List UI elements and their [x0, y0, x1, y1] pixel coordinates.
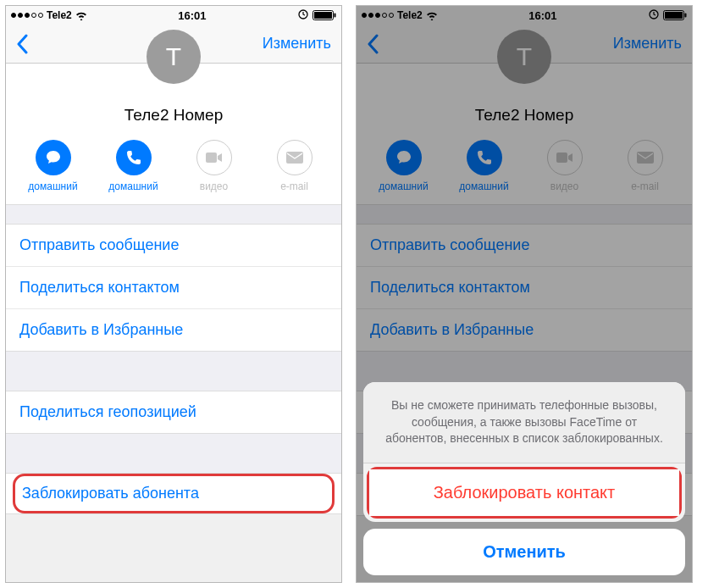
- contact-header: Теле2 Номер домашний домашний видео: [357, 64, 692, 205]
- action-list-2: Поделиться геопозицией: [6, 391, 341, 434]
- contact-name: Теле2 Номер: [6, 106, 341, 133]
- quick-action-video: видео: [531, 140, 599, 192]
- video-icon: [196, 140, 232, 175]
- quick-action-label: видео: [200, 180, 228, 192]
- svg-rect-4: [206, 153, 217, 163]
- contact-header: Теле2 Номер домашний домашний видео: [6, 64, 341, 205]
- action-list-1: Отправить сообщение Поделиться контактом…: [6, 224, 341, 352]
- action-sheet: Вы не сможете принимать телефонные вызов…: [363, 382, 685, 575]
- svg-rect-10: [556, 153, 567, 163]
- avatar[interactable]: Т: [147, 30, 201, 84]
- back-button[interactable]: [16, 30, 30, 58]
- mail-icon: [628, 140, 663, 175]
- rotation-lock-icon: [297, 8, 309, 23]
- mail-icon: [277, 140, 313, 175]
- add-favorite-item[interactable]: Добавить в Избранные: [6, 309, 341, 351]
- quick-action-row: домашний домашний видео e-mail: [357, 133, 692, 204]
- block-contact-button[interactable]: Заблокировать контакт: [369, 469, 679, 516]
- svg-rect-2: [314, 12, 332, 19]
- phone-right: Tele2 16:01 Изменить Т Теле2 Номер: [356, 5, 693, 583]
- svg-rect-8: [665, 12, 683, 19]
- status-bar: Tele2 16:01: [357, 6, 692, 25]
- clock-label: 16:01: [178, 9, 206, 22]
- share-location-item[interactable]: Поделиться геопозицией: [6, 391, 341, 433]
- battery-icon: [663, 10, 687, 20]
- edit-button[interactable]: Изменить: [613, 35, 682, 53]
- quick-action-label: домашний: [108, 180, 158, 192]
- clock-label: 16:01: [528, 9, 556, 22]
- action-sheet-message: Вы не сможете принимать телефонные вызов…: [363, 382, 685, 463]
- avatar[interactable]: Т: [497, 30, 551, 84]
- back-button[interactable]: [367, 30, 380, 58]
- block-list: Заблокировать абонента: [6, 473, 341, 514]
- spacer: [357, 205, 692, 224]
- spacer: [6, 205, 341, 224]
- quick-action-email: e-mail: [261, 140, 329, 192]
- cancel-button[interactable]: Отменить: [363, 529, 685, 575]
- phone-icon: [467, 140, 502, 175]
- carrier-label: Tele2: [397, 9, 423, 21]
- message-icon: [36, 140, 71, 175]
- wifi-icon: [75, 11, 87, 20]
- video-icon: [547, 140, 583, 175]
- svg-rect-11: [637, 152, 654, 164]
- action-sheet-card: Вы не сможете принимать телефонные вызов…: [363, 382, 685, 522]
- quick-action-row: домашний домашний видео e-mail: [6, 133, 341, 204]
- share-contact-item[interactable]: Поделиться контактом: [6, 267, 341, 309]
- quick-action-label: домашний: [379, 180, 428, 192]
- rotation-lock-icon: [648, 8, 660, 23]
- quick-action-email: e-mail: [611, 140, 679, 192]
- avatar-initial: Т: [166, 42, 181, 71]
- send-message-item[interactable]: Отправить сообщение: [357, 225, 692, 267]
- carrier-label: Tele2: [47, 9, 72, 21]
- message-icon: [386, 140, 422, 175]
- quick-action-video: видео: [180, 140, 248, 192]
- avatar-initial: Т: [517, 42, 532, 71]
- quick-action-call[interactable]: домашний: [451, 140, 518, 192]
- phone-left: Tele2 16:01 Изменить Т Теле2 Номер: [5, 5, 342, 583]
- spacer: [6, 352, 341, 391]
- wifi-icon: [426, 11, 438, 20]
- status-bar: Tele2 16:01: [6, 6, 341, 25]
- highlight-annotation: Заблокировать контакт: [367, 467, 682, 519]
- send-message-item[interactable]: Отправить сообщение: [6, 225, 341, 267]
- highlight-annotation: Заблокировать абонента: [13, 474, 335, 513]
- quick-action-message[interactable]: домашний: [370, 140, 438, 192]
- contact-name: Теле2 Номер: [357, 106, 692, 133]
- quick-action-label: видео: [550, 180, 578, 192]
- svg-rect-9: [684, 14, 686, 18]
- signal-dots: [11, 13, 43, 18]
- quick-action-label: e-mail: [631, 180, 659, 192]
- quick-action-message[interactable]: домашний: [19, 140, 87, 192]
- spacer: [6, 434, 341, 473]
- quick-action-label: домашний: [28, 180, 77, 192]
- svg-rect-3: [334, 14, 335, 18]
- phone-icon: [116, 140, 152, 175]
- quick-action-label: e-mail: [280, 180, 308, 192]
- battery-icon: [313, 10, 336, 20]
- action-list-1: Отправить сообщение Поделиться контактом…: [357, 224, 692, 352]
- quick-action-label: домашний: [459, 180, 508, 192]
- share-contact-item[interactable]: Поделиться контактом: [357, 267, 692, 309]
- svg-rect-5: [286, 152, 303, 164]
- quick-action-call[interactable]: домашний: [100, 140, 168, 192]
- signal-dots: [362, 13, 394, 18]
- block-caller-item[interactable]: Заблокировать абонента: [22, 485, 325, 502]
- edit-button[interactable]: Изменить: [263, 35, 331, 53]
- add-favorite-item[interactable]: Добавить в Избранные: [357, 309, 692, 351]
